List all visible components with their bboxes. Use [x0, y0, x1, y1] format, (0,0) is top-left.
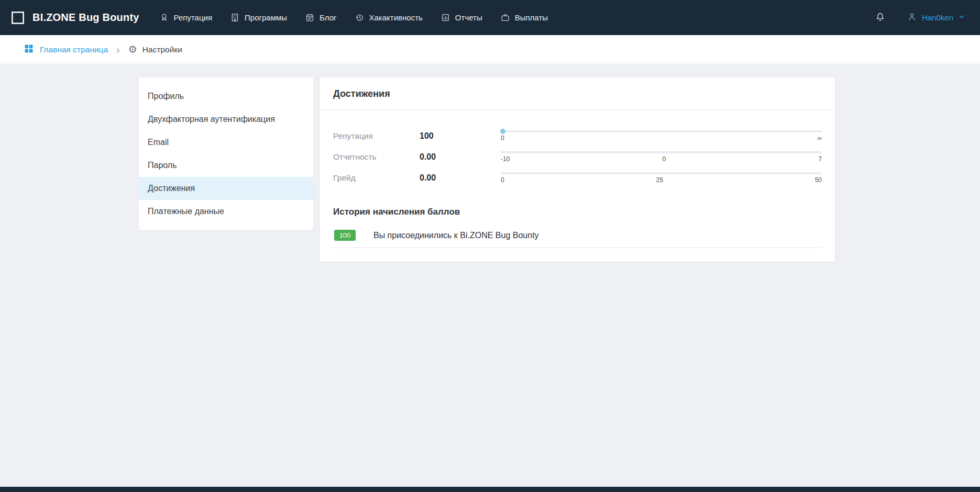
report-icon [441, 13, 450, 23]
nav-item-label: Репутация [174, 13, 212, 22]
slider-track [501, 151, 822, 153]
nav-item-blog[interactable]: Блог [305, 13, 336, 23]
metrics-section: Репутация 100 0 ∞ Отчетность 0.00 [320, 110, 835, 198]
scale-min: -10 [501, 155, 510, 163]
nav-item-label: Хакактивность [369, 13, 423, 22]
breadcrumb-current-label: Настройки [142, 45, 182, 54]
breadcrumb-current: ⚙ Настройки [128, 44, 182, 54]
calendar-icon [305, 13, 315, 23]
sidebar-item-profile[interactable]: Профиль [139, 85, 313, 108]
nav-item-reports[interactable]: Отчеты [441, 13, 482, 23]
brand-home-link[interactable]: BI.ZONE Bug Bounty [10, 10, 139, 26]
nav-item-label: Отчеты [455, 13, 482, 22]
slider-scale: 0 ∞ [501, 135, 822, 142]
breadcrumb-home-link[interactable]: Главная страница [24, 43, 108, 56]
nav-item-label: Выплаты [515, 13, 548, 22]
username: Han0ken [922, 13, 953, 22]
slider-track [501, 130, 822, 132]
building-icon [230, 13, 240, 23]
scale-max: 50 [815, 176, 822, 184]
sidebar-item-password[interactable]: Пароль [139, 154, 313, 177]
grid-icon [24, 43, 34, 56]
bizone-logo-icon [10, 10, 26, 26]
user-menu[interactable]: Han0ken [907, 12, 965, 24]
medal-icon [159, 13, 169, 23]
history-entry: 100 Вы присоединились к Bi.ZONE Bug Boun… [333, 226, 822, 248]
main-nav: Репутация Программы Блог [159, 13, 548, 23]
bell-icon [875, 12, 886, 24]
reputation-slider: 0 ∞ [501, 130, 822, 142]
achievements-card: Достижения Репутация 100 0 ∞ О [320, 77, 835, 262]
main-content: Профиль Двухфакторная аутентификация Ema… [0, 64, 980, 262]
sidebar-item-label: Достижения [148, 184, 195, 193]
top-navbar: BI.ZONE Bug Bounty Репутация Программы [0, 0, 980, 35]
sidebar-item-label: Двухфакторная аутентификация [148, 115, 275, 124]
slider-scale: -10 0 7 [501, 155, 822, 163]
scale-max: ∞ [817, 135, 822, 142]
history-icon [355, 13, 365, 23]
nav-item-payouts[interactable]: Выплаты [500, 13, 548, 23]
metric-label: Репутация [333, 131, 420, 141]
scale-min: 0 [501, 135, 504, 142]
nav-item-label: Блог [320, 13, 336, 22]
briefcase-icon [500, 13, 510, 23]
metric-value: 0.00 [420, 173, 501, 183]
sidebar-item-label: Профиль [148, 92, 184, 101]
breadcrumb-home-label: Главная страница [40, 45, 108, 54]
slider-track [501, 172, 822, 174]
scale-mid: 25 [656, 176, 663, 184]
footer-strip [0, 487, 980, 492]
sidebar-item-email[interactable]: Email [139, 131, 313, 154]
sidebar-item-payment-details[interactable]: Платежные данные [139, 200, 313, 223]
metric-value: 100 [420, 131, 501, 141]
gear-icon: ⚙ [128, 44, 137, 54]
sidebar-item-label: Email [148, 138, 169, 147]
metric-row-reputation: Репутация 100 0 ∞ [333, 130, 822, 142]
navbar-right: Han0ken [875, 12, 965, 24]
metric-value: 0.00 [420, 152, 501, 162]
nav-item-programs[interactable]: Программы [230, 13, 287, 23]
sidebar-item-achievements[interactable]: Достижения [139, 177, 313, 200]
scale-min: 0 [501, 176, 504, 184]
settings-sidebar: Профиль Двухфакторная аутентификация Ema… [139, 77, 313, 230]
metric-row-reporting: Отчетность 0.00 -10 0 7 [333, 151, 822, 163]
reporting-slider: -10 0 7 [501, 151, 822, 163]
notifications-button[interactable] [875, 12, 886, 24]
metric-row-grade: Грейд 0.00 0 25 50 [333, 172, 822, 184]
metric-label: Отчетность [333, 152, 420, 162]
breadcrumb-separator: › [116, 44, 120, 55]
user-icon [907, 12, 917, 24]
points-badge: 100 [334, 230, 356, 241]
nav-item-reputation[interactable]: Репутация [159, 13, 212, 23]
scale-mid: 0 [662, 155, 666, 163]
brand-title: BI.ZONE Bug Bounty [32, 12, 139, 24]
points-history-title: История начисления баллов [333, 207, 822, 217]
nav-item-label: Программы [245, 13, 287, 22]
history-entry-text: Вы присоединились к Bi.ZONE Bug Bounty [373, 231, 539, 240]
nav-item-hackactivity[interactable]: Хакактивность [355, 13, 423, 23]
grade-slider: 0 25 50 [501, 172, 822, 184]
slider-scale: 0 25 50 [501, 176, 822, 184]
scale-max: 7 [818, 155, 822, 163]
sidebar-item-label: Пароль [148, 161, 177, 170]
page-title: Достижения [333, 88, 390, 99]
sidebar-item-2fa[interactable]: Двухфакторная аутентификация [139, 108, 313, 131]
achievements-header: Достижения [320, 77, 835, 110]
slider-handle [500, 129, 505, 134]
breadcrumb: Главная страница › ⚙ Настройки [0, 35, 980, 64]
metric-label: Грейд [333, 173, 420, 183]
chevron-down-icon [958, 13, 965, 23]
points-history-section: История начисления баллов 100 Вы присоед… [320, 198, 835, 248]
sidebar-item-label: Платежные данные [148, 207, 224, 216]
